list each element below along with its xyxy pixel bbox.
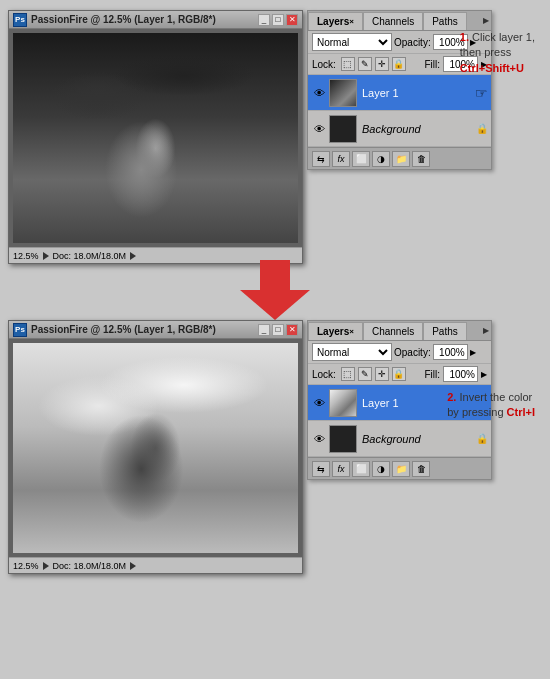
lock-move-top[interactable]: ✛ <box>375 57 389 71</box>
lock-transparent-top[interactable]: ⬚ <box>341 57 355 71</box>
layer-row-1-top[interactable]: 👁 Layer 1 ☞ <box>308 75 491 111</box>
top-layers-tabs: Layers × Channels Paths ▶ <box>308 11 491 31</box>
bottom-canvas-image <box>13 343 298 553</box>
tab-paths-bottom[interactable]: Paths <box>423 322 467 340</box>
bottom-lock-row: Lock: ⬚ ✎ ✛ 🔒 Fill: ▶ <box>308 364 491 385</box>
layer-thumb-bg-bottom <box>329 425 357 453</box>
bottom-titlebar: Ps PassionFire @ 12.5% (Layer 1, RGB/8*)… <box>9 321 302 339</box>
top-layers-footer: ⇆ fx ⬜ ◑ 📁 🗑 <box>308 147 491 169</box>
top-canvas <box>9 29 302 247</box>
minimize-button-bottom[interactable]: _ <box>258 324 270 336</box>
layer-thumb-1-top <box>329 79 357 107</box>
opacity-label-bottom: Opacity: <box>394 347 431 358</box>
fx-button-bottom[interactable]: fx <box>332 461 350 477</box>
tab-channels-top[interactable]: Channels <box>363 12 423 30</box>
fx-button-top[interactable]: fx <box>332 151 350 167</box>
fill-label-top: Fill: <box>424 59 440 70</box>
opacity-label-top: Opacity: <box>394 37 431 48</box>
lock-paint-top[interactable]: ✎ <box>358 57 372 71</box>
link-button-bottom[interactable]: ⇆ <box>312 461 330 477</box>
lock-paint-bottom[interactable]: ✎ <box>358 367 372 381</box>
opacity-arrow-bottom[interactable]: ▶ <box>470 348 476 357</box>
bottom-canvas <box>9 339 302 557</box>
down-arrow <box>240 260 310 320</box>
annotation-shortcut-top: Ctrl+Shift+U <box>460 62 524 74</box>
lock-all-bottom[interactable]: 🔒 <box>392 367 406 381</box>
fill-arrow-bottom[interactable]: ▶ <box>481 370 487 379</box>
layer-name-bg-top: Background <box>359 123 474 135</box>
fill-input-bottom[interactable] <box>443 366 478 382</box>
top-section: Ps PassionFire @ 12.5% (Layer 1, RGB/8*)… <box>8 10 492 264</box>
layer-thumb-bg-top <box>329 115 357 143</box>
annotation-bottom: 2. Invert the colorby pressing Ctrl+I <box>447 390 535 421</box>
blend-mode-select-top[interactable]: Normal <box>312 33 392 51</box>
bottom-layers-tabs: Layers × Channels Paths ▶ <box>308 321 491 341</box>
panel-menu-top[interactable]: ▶ <box>481 14 491 27</box>
lock-label-top: Lock: <box>312 59 336 70</box>
blend-mode-select-bottom[interactable]: Normal <box>312 343 392 361</box>
bottom-statusbar: 12.5% Doc: 18.0M/18.0M <box>9 557 302 573</box>
bg-lock-icon-bottom: 🔒 <box>476 433 488 444</box>
folder-button-top[interactable]: 📁 <box>392 151 410 167</box>
lock-move-bottom[interactable]: ✛ <box>375 367 389 381</box>
status-arrow2-bottom[interactable] <box>130 562 136 570</box>
tab-paths-top[interactable]: Paths <box>423 12 467 30</box>
ps-logo-bottom: Ps <box>13 323 27 337</box>
layer-thumb-1-bottom <box>329 389 357 417</box>
tab-layers-bottom[interactable]: Layers × <box>308 322 363 340</box>
layer-eye-bg-bottom[interactable]: 👁 <box>311 431 327 447</box>
layer-thumb-img-bg-top <box>330 116 356 142</box>
top-window-title: PassionFire @ 12.5% (Layer 1, RGB/8*) <box>31 14 254 25</box>
adjustment-button-top[interactable]: ◑ <box>372 151 390 167</box>
bottom-ps-window: Ps PassionFire @ 12.5% (Layer 1, RGB/8*)… <box>8 320 303 574</box>
bottom-zoom-level: 12.5% <box>13 561 39 571</box>
layer-thumb-img-1-top <box>330 80 356 106</box>
layer-thumb-img-bg-bottom <box>330 426 356 452</box>
layer-eye-1-bottom[interactable]: 👁 <box>311 395 327 411</box>
close-button-top[interactable]: ✕ <box>286 14 298 26</box>
lock-transparent-bottom[interactable]: ⬚ <box>341 367 355 381</box>
bottom-blend-row: Normal Opacity: ▶ <box>308 341 491 364</box>
trash-button-bottom[interactable]: 🗑 <box>412 461 430 477</box>
ps-logo-top: Ps <box>13 13 27 27</box>
layer-name-1-top: Layer 1 <box>359 87 473 99</box>
lock-label-bottom: Lock: <box>312 369 336 380</box>
annotation-step-bottom: 2. <box>447 391 456 403</box>
folder-button-bottom[interactable]: 📁 <box>392 461 410 477</box>
top-canvas-image <box>13 33 298 243</box>
layer-name-bg-bottom: Background <box>359 433 474 445</box>
tab-layers-top[interactable]: Layers × <box>308 12 363 30</box>
layer-thumb-img-1-bottom <box>330 390 356 416</box>
layer-eye-1-top[interactable]: 👁 <box>311 85 327 101</box>
opacity-input-bottom[interactable] <box>433 344 468 360</box>
bg-lock-icon-top: 🔒 <box>476 123 488 134</box>
bottom-window-controls: _ □ ✕ <box>258 324 298 336</box>
trash-button-top[interactable]: 🗑 <box>412 151 430 167</box>
cursor-icon-top: ☞ <box>475 85 488 101</box>
maximize-button-top[interactable]: □ <box>272 14 284 26</box>
tab-close-top[interactable]: × <box>349 17 354 26</box>
maximize-button-bottom[interactable]: □ <box>272 324 284 336</box>
minimize-button-top[interactable]: _ <box>258 14 270 26</box>
mask-button-bottom[interactable]: ⬜ <box>352 461 370 477</box>
bottom-section: Ps PassionFire @ 12.5% (Layer 1, RGB/8*)… <box>8 320 492 574</box>
panel-menu-bottom[interactable]: ▶ <box>481 324 491 337</box>
bottom-doc-size: Doc: 18.0M/18.0M <box>53 561 127 571</box>
status-arrow-top[interactable] <box>43 252 49 260</box>
close-button-bottom[interactable]: ✕ <box>286 324 298 336</box>
adjustment-button-bottom[interactable]: ◑ <box>372 461 390 477</box>
status-arrow2-top[interactable] <box>130 252 136 260</box>
bottom-layers-footer: ⇆ fx ⬜ ◑ 📁 🗑 <box>308 457 491 479</box>
top-titlebar: Ps PassionFire @ 12.5% (Layer 1, RGB/8*)… <box>9 11 302 29</box>
lock-all-top[interactable]: 🔒 <box>392 57 406 71</box>
layer-row-bg-top[interactable]: 👁 Background 🔒 <box>308 111 491 147</box>
fill-label-bottom: Fill: <box>424 369 440 380</box>
link-button-top[interactable]: ⇆ <box>312 151 330 167</box>
status-arrow-bottom[interactable] <box>43 562 49 570</box>
top-ps-window: Ps PassionFire @ 12.5% (Layer 1, RGB/8*)… <box>8 10 303 264</box>
mask-button-top[interactable]: ⬜ <box>352 151 370 167</box>
layer-row-bg-bottom[interactable]: 👁 Background 🔒 <box>308 421 491 457</box>
tab-close-bottom[interactable]: × <box>349 327 354 336</box>
layer-eye-bg-top[interactable]: 👁 <box>311 121 327 137</box>
tab-channels-bottom[interactable]: Channels <box>363 322 423 340</box>
